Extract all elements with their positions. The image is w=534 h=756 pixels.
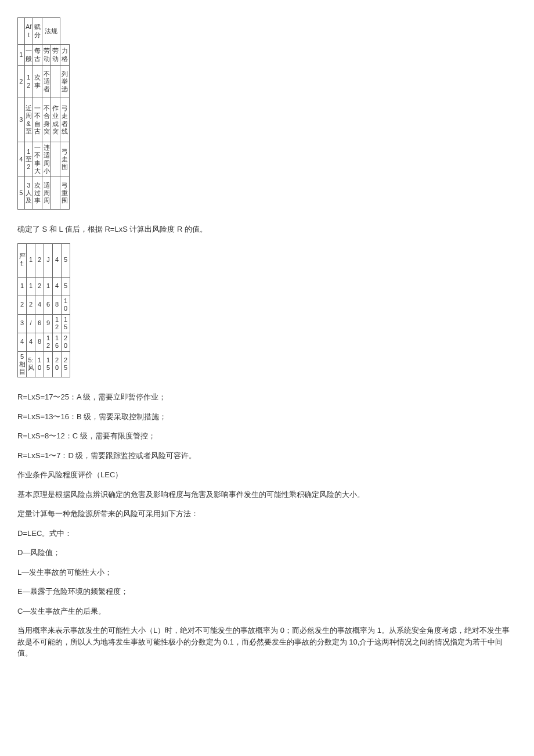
table-row: 3 近周&至 一不自古 不合身突 作业成突 弓走者线 xyxy=(18,98,70,142)
cell: 近周&至 xyxy=(24,98,33,142)
cell: 4 xyxy=(35,296,44,314)
row-index: 5 xyxy=(18,177,25,210)
cell: 作业成突 xyxy=(51,98,60,142)
cell: 一般 xyxy=(24,45,33,66)
header-cell: J xyxy=(44,243,53,277)
cell: 弓重围 xyxy=(60,177,69,210)
lec-probability-text: 当用概率来表示事故发生的可能性大小（L）时，绝对不可能发生的事故概率为 0；而必… xyxy=(17,625,517,659)
row-index: 4 xyxy=(18,142,25,177)
cell: 9 xyxy=(44,314,53,333)
cell: 20 xyxy=(53,351,62,377)
cell: 弓走者线 xyxy=(60,98,69,142)
lec-l-def: L—发生事故的可能性大小； xyxy=(17,567,517,578)
cell: 1至2 xyxy=(24,142,33,177)
cell: / xyxy=(27,314,35,333)
risk-formula-text: 确定了 S 和 L 值后，根据 R=LxS 计算出风险度 R 的值。 xyxy=(17,224,517,235)
lec-principle: 基本原理是根据风险点辨识确定的危害及影响程度与危害及影响事件发生的可能性乘积确定… xyxy=(17,489,517,501)
cell: 劳动 xyxy=(51,45,60,66)
cell: 力格 xyxy=(60,45,69,66)
cell: 次过事 xyxy=(33,177,42,210)
header-cell: 2 xyxy=(35,243,44,277)
table-header-row: 严f: 1 2 J 4 5 xyxy=(18,243,70,277)
risk-level-c: R=LxS=8〜12：C 级，需要有限度管控； xyxy=(17,430,517,442)
cell: 适周周 xyxy=(42,177,51,210)
cell: 5 xyxy=(62,277,70,296)
table-row: 5 3人及 次过事 适周周 弓重围 xyxy=(18,177,70,210)
lec-heading: 作业条件风险程度评价（LEC） xyxy=(17,469,517,481)
cell: 3人及 xyxy=(24,177,33,210)
cell: 次事 xyxy=(33,66,42,98)
cell: 4 xyxy=(53,277,62,296)
risk-matrix-table: 严f: 1 2 J 4 5 1 1 2 1 4 5 2 2 4 6 8 10 3… xyxy=(17,243,70,378)
header-cell: 5 xyxy=(62,243,70,277)
cell: 6 xyxy=(44,296,53,314)
row-index: 4 xyxy=(18,333,27,351)
row-index: 1 xyxy=(18,45,25,66)
cell: 不合身突 xyxy=(42,98,51,142)
table-row: 2 2 4 6 8 10 xyxy=(18,296,70,314)
cell: 20 xyxy=(62,333,70,351)
cell: 8 xyxy=(35,333,44,351)
cell: 12 xyxy=(53,314,62,333)
lec-d-def: D—风险值； xyxy=(17,547,517,559)
cell: 16 xyxy=(53,333,62,351)
row-index: 5相目 xyxy=(18,351,27,377)
lec-e-def: E—暴露于危险环境的频繁程度； xyxy=(17,586,517,597)
cell: 15 xyxy=(44,351,53,377)
cell: 5:风 xyxy=(27,351,35,377)
row-index: 3 xyxy=(18,98,25,142)
cell: 8 xyxy=(53,296,62,314)
risk-level-a: R=LxS=17〜25：A 级，需要立即暂停作业； xyxy=(17,391,517,403)
cell xyxy=(51,142,60,177)
lec-c-def: C—发生事故产生的后果。 xyxy=(17,606,517,617)
row-index: 2 xyxy=(18,296,27,314)
cell: 列举选 xyxy=(60,66,69,98)
cell: 1 xyxy=(27,277,35,296)
row-index: 2 xyxy=(18,66,25,98)
cell: 2 xyxy=(27,296,35,314)
header-cell: 法规 xyxy=(42,18,60,45)
lec-method: 定量计算每一种危险源所带来的风险可采用如下方法： xyxy=(17,508,517,520)
cell xyxy=(51,177,60,210)
table-header-row: Aft 赋分 法规 现场 xyxy=(18,18,70,45)
cell: 15 xyxy=(62,314,70,333)
cell: 一不事大 xyxy=(33,142,42,177)
cell: 1 xyxy=(44,277,53,296)
header-cell: 严f: xyxy=(18,243,27,277)
cell: 弓走围 xyxy=(60,142,69,177)
table-row: 3 / 6 9 12 15 xyxy=(18,314,70,333)
row-index: 1 xyxy=(18,277,27,296)
cell: 12 xyxy=(24,66,33,98)
table-row: 1 1 2 1 4 5 xyxy=(18,277,70,296)
header-cell: 4 xyxy=(53,243,62,277)
cell: 12 xyxy=(44,333,53,351)
risk-level-b: R=LxS=13〜16：B 级，需要采取控制措施； xyxy=(17,411,517,423)
row-index: 3 xyxy=(18,314,27,333)
header-cell: Aft xyxy=(24,18,33,45)
cell: 违适周小 xyxy=(42,142,51,177)
risk-level-d: R=LxS=1〜7：D 级，需要跟踪监控或者风险可容许。 xyxy=(17,450,517,462)
cell: 劳动 xyxy=(42,45,51,66)
cell: 10 xyxy=(35,351,44,377)
table-row: 5相目 5:风 10 15 20 25 xyxy=(18,351,70,377)
cell: 4 xyxy=(27,333,35,351)
evaluation-table: Aft 赋分 法规 现场 1 一般 每古 劳动 劳动 力格 2 12 次事 不适… xyxy=(17,17,70,210)
lec-formula: D=LEC。式中： xyxy=(17,528,517,539)
header-cell: 赋分 xyxy=(33,18,42,45)
cell: 2 xyxy=(35,277,44,296)
cell: 25 xyxy=(62,351,70,377)
header-cell xyxy=(18,18,25,45)
table-row: 1 一般 每古 劳动 劳动 力格 xyxy=(18,45,70,66)
header-cell: 1 xyxy=(27,243,35,277)
cell: 一不自古 xyxy=(33,98,42,142)
cell: 每古 xyxy=(33,45,42,66)
table-row: 2 12 次事 不适者 列举选 xyxy=(18,66,70,98)
cell: 10 xyxy=(62,296,70,314)
table-row: 4 4 8 12 16 20 xyxy=(18,333,70,351)
cell: 6 xyxy=(35,314,44,333)
cell: 不适者 xyxy=(42,66,51,98)
cell xyxy=(51,66,60,98)
table-row: 4 1至2 一不事大 违适周小 弓走围 xyxy=(18,142,70,177)
